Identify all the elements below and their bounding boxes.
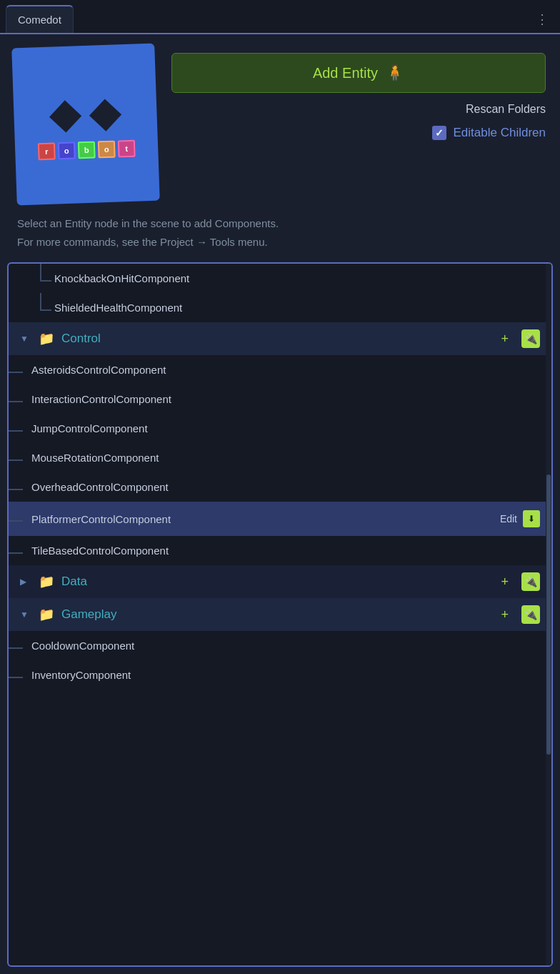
add-entity-label: Add Entity xyxy=(313,65,378,81)
plugin-icon: ⬇ xyxy=(523,510,540,527)
component-name: InteractionControlComponent xyxy=(31,393,540,405)
logo-letter-b: b xyxy=(78,141,96,159)
add-to-category-button[interactable]: + xyxy=(501,332,509,347)
logo-eyes xyxy=(54,103,117,128)
scrollbar-track[interactable] xyxy=(546,264,551,965)
list-item-platformer[interactable]: PlatformerControlComponent Edit ⬇ xyxy=(9,502,551,536)
component-name: PlatformerControlComponent xyxy=(31,513,500,525)
category-label: Gameplay xyxy=(61,607,494,622)
category-control[interactable]: ▼ 📁 Control + 🔌 xyxy=(9,322,551,355)
editable-children-label: Editable Children xyxy=(454,126,546,140)
folder-icon: 📁 xyxy=(39,607,54,622)
scrollbar-thumb[interactable] xyxy=(546,474,551,755)
list-item[interactable]: ShieldedHealthComponent xyxy=(20,293,551,322)
list-item[interactable]: OverheadControlComponent xyxy=(9,472,551,502)
component-list[interactable]: KnockbackOnHitComponent ShieldedHealthCo… xyxy=(7,262,553,967)
chevron-down-icon: ▼ xyxy=(20,334,31,344)
header-controls: Add Entity 🧍 Rescan Folders Editable Chi… xyxy=(171,46,546,140)
component-name: OverheadControlComponent xyxy=(31,481,540,493)
category-data[interactable]: ▶ 📁 Data + 🔌 xyxy=(9,565,551,598)
info-line-2: For more commands, see the Project → Too… xyxy=(17,233,543,252)
logo-text: r o b o t xyxy=(38,140,136,161)
list-item[interactable]: InteractionControlComponent xyxy=(9,384,551,414)
logo-letter-o1: o xyxy=(58,142,76,160)
tab-bar: Comedot ⋮ xyxy=(0,0,560,34)
tab-menu-button[interactable]: ⋮ xyxy=(530,6,554,33)
editable-children-checkbox[interactable] xyxy=(432,126,446,140)
editable-children-row: Editable Children xyxy=(432,126,546,140)
component-name: JumpControlComponent xyxy=(31,422,540,434)
category-label: Control xyxy=(61,332,494,346)
folder-icon: 📁 xyxy=(39,574,54,590)
edit-button[interactable]: Edit xyxy=(500,513,517,525)
top-items: KnockbackOnHitComponent ShieldedHealthCo… xyxy=(9,264,551,322)
category-label: Data xyxy=(61,575,494,589)
category-plugin-button[interactable]: 🔌 xyxy=(521,329,540,348)
header-section: r o b o t Add Entity 🧍 Rescan Folders Ed… xyxy=(0,34,560,214)
rescan-folders-button[interactable]: Rescan Folders xyxy=(466,103,546,116)
list-item[interactable]: MouseRotationComponent xyxy=(9,443,551,472)
list-item[interactable]: JumpControlComponent xyxy=(9,414,551,443)
person-icon: 🧍 xyxy=(385,64,404,82)
tab-label: Comedot xyxy=(18,14,61,26)
category-gameplay[interactable]: ▼ 📁 Gameplay + 🔌 xyxy=(9,598,551,631)
control-items: AsteroidsControlComponent InteractionCon… xyxy=(9,355,551,565)
list-item[interactable]: AsteroidsControlComponent xyxy=(9,355,551,384)
info-line-1: Select an Entity node in the scene to ad… xyxy=(17,214,543,233)
logo-letter-t: t xyxy=(118,140,136,158)
folder-icon: 📁 xyxy=(39,331,54,347)
gameplay-items: CooldownComponent InventoryComponent xyxy=(9,631,551,690)
component-name: CooldownComponent xyxy=(31,640,540,652)
info-text: Select an Entity node in the scene to ad… xyxy=(0,214,560,262)
category-plugin-button[interactable]: 🔌 xyxy=(521,572,540,591)
add-entity-button[interactable]: Add Entity 🧍 xyxy=(171,53,546,93)
chevron-right-icon: ▶ xyxy=(20,577,31,587)
list-item[interactable]: CooldownComponent xyxy=(9,631,551,660)
category-plugin-button[interactable]: 🔌 xyxy=(521,605,540,624)
add-to-category-button[interactable]: + xyxy=(501,607,509,622)
component-name: MouseRotationComponent xyxy=(31,452,540,464)
tab-comedot[interactable]: Comedot xyxy=(6,5,74,33)
chevron-down-icon: ▼ xyxy=(20,610,31,620)
logo-eye-right xyxy=(89,99,121,131)
list-item[interactable]: TileBasedControlComponent xyxy=(9,536,551,565)
component-name: InventoryComponent xyxy=(31,669,540,681)
component-name: ShieldedHealthComponent xyxy=(54,302,182,314)
logo-container: r o b o t xyxy=(14,46,157,203)
list-item[interactable]: KnockbackOnHitComponent xyxy=(20,264,551,293)
logo-image: r o b o t xyxy=(11,44,160,206)
add-to-category-button[interactable]: + xyxy=(501,575,509,590)
logo-eye-left xyxy=(49,100,81,132)
logo-letter-r: r xyxy=(38,143,56,161)
component-name: KnockbackOnHitComponent xyxy=(54,272,189,284)
list-item[interactable]: InventoryComponent xyxy=(9,660,551,690)
component-name: AsteroidsControlComponent xyxy=(31,364,540,376)
component-name: TileBasedControlComponent xyxy=(31,545,540,557)
logo-letter-o2: o xyxy=(98,141,116,159)
